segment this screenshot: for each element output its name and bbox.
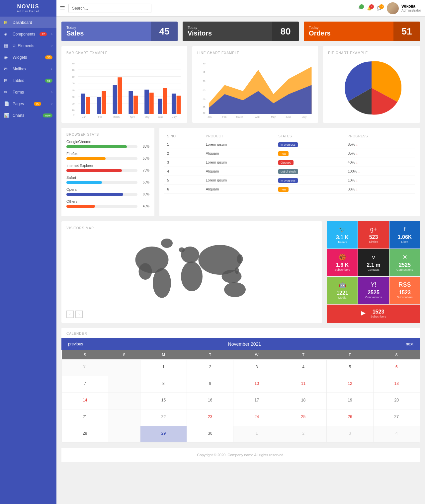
calendar-day[interactable]: 24 [233, 409, 280, 426]
sidebar-item-mailbox[interactable]: ✉ Mailbox › [0, 63, 56, 75]
stat-visitors-left: Today Visitors [183, 22, 272, 41]
menu-toggle-icon[interactable]: ☰ [60, 5, 65, 12]
social-card-xing[interactable]: ✕ 2525 Connections [389, 249, 420, 276]
calendar-next-button[interactable]: next [399, 338, 420, 350]
calendar-prev-button[interactable]: previous [61, 338, 90, 350]
calendar-day[interactable]: 21 [62, 409, 108, 426]
browser-stats-title: BROWSER STATS [66, 133, 149, 136]
calendar-day[interactable]: 1 [233, 426, 280, 443]
calendar-day[interactable] [108, 409, 140, 426]
sidebar-label-widgets: Widgets [13, 55, 27, 60]
search-input[interactable] [68, 4, 151, 13]
line-chart-svg: 80 75 70 65 60 55 50 Jan [197, 58, 313, 121]
calendar-day[interactable]: 15 [140, 393, 187, 409]
calendar-day[interactable]: 12 [327, 376, 373, 393]
progress-arrow: ↓ [356, 160, 358, 164]
calendar-day[interactable]: 22 [140, 409, 187, 426]
dashboard-icon: ⊞ [4, 20, 10, 25]
calendar-day[interactable] [108, 376, 140, 393]
calendar-day[interactable]: 2 [280, 426, 326, 443]
widgets-icon: ◉ [4, 55, 10, 60]
social-card-android[interactable]: 🤖 1221 Media [327, 277, 358, 304]
calendar-day[interactable]: 8 [140, 376, 187, 393]
social-card-vimeo[interactable]: v 2.1 m Contacts [358, 249, 389, 276]
calendar-day[interactable]: 25 [280, 409, 326, 426]
mail-icon-button[interactable]: ✉ 5 [359, 6, 362, 11]
progress-text: 35% [348, 151, 355, 155]
map-nav: ‹ › [66, 311, 317, 318]
svg-text:65: 65 [203, 89, 206, 92]
stat-visitors-value: 80 [272, 22, 299, 41]
calendar-day[interactable]: 18 [280, 393, 326, 409]
cal-header-t2: T [280, 350, 326, 360]
sidebar-item-widgets[interactable]: ◉ Widgets 35 [0, 51, 56, 63]
user-profile[interactable]: Wikolia Administrator [387, 2, 421, 14]
browser-item-others: Others 40% [66, 199, 149, 208]
calendar-day[interactable]: 4 [280, 360, 326, 376]
social-card-dribbble[interactable]: 🏀 1.6 K Subscribers [327, 249, 358, 276]
line-chart: 80 75 70 65 60 55 50 Jan [197, 58, 313, 118]
social-card-twitter[interactable]: 🐦 3.1 K Tweets [327, 221, 358, 249]
calendar-day[interactable]: 6 [373, 360, 420, 376]
calendar-day[interactable]: 4 [373, 426, 420, 443]
social-card-gplus[interactable]: g+ 523 Circles [358, 221, 389, 249]
android-icon: 🤖 [339, 281, 346, 289]
chat-icon-button[interactable]: 💬 15 [377, 6, 382, 11]
stat-sales-today: Today [66, 26, 146, 30]
line-chart-panel: LINE CHART EXAMPLE 80 75 70 65 60 55 50 [192, 46, 318, 123]
svg-text:April: April [130, 115, 135, 118]
calendar-day[interactable]: 14 [62, 393, 108, 409]
charts-row: BAR CHART EXAMPLE 80 70 60 50 40 30 20 1… [61, 46, 420, 123]
table-row: 5 Lorem ipsum in progress 10% ↓ [164, 176, 415, 185]
calendar-day[interactable]: 16 [187, 393, 233, 409]
sidebar-item-dashboard[interactable]: ⊞ Dashboard [0, 17, 56, 28]
calendar-day[interactable]: 26 [327, 409, 373, 426]
calendar-day[interactable] [108, 426, 140, 443]
calendar-day[interactable]: 3 [233, 360, 280, 376]
col-product: PRODUCT [203, 133, 276, 140]
calendar-day[interactable]: 11 [280, 376, 326, 393]
calendar-day[interactable]: 10 [233, 376, 280, 393]
cell-product: Lorem ipsum [203, 176, 276, 185]
stats-table-row: BROWSER STATS GoogleChrome 85% Firefox 5… [61, 128, 420, 216]
sidebar-label-pages: Pages [13, 102, 24, 106]
calendar-day[interactable] [108, 393, 140, 409]
sidebar-item-charts[interactable]: 📊 Charts new [0, 109, 56, 121]
calendar-day[interactable]: 27 [373, 409, 420, 426]
calendar-day[interactable]: 7 [62, 376, 108, 393]
social-card-yahoo[interactable]: Y! 2525 Connections [358, 277, 389, 304]
calendar-day[interactable]: 2 [187, 360, 233, 376]
sidebar-item-pages[interactable]: 📄 Pages 99 › [0, 98, 56, 109]
social-card-rss[interactable]: RSS 1523 Subscribers [389, 277, 420, 304]
map-prev-button[interactable]: ‹ [66, 311, 74, 318]
calendar-day[interactable]: 5 [327, 360, 373, 376]
sidebar-item-components[interactable]: ◈ Components 12 › [0, 28, 56, 40]
calendar-day[interactable]: 30 [187, 426, 233, 443]
calendar-day[interactable]: 13 [373, 376, 420, 393]
calendar-day[interactable]: 29 [140, 426, 187, 443]
calendar-day[interactable]: 20 [373, 393, 420, 409]
calendar-day[interactable]: 31 [62, 360, 108, 376]
calendar-day[interactable]: 1 [140, 360, 187, 376]
sidebar-item-ui-elements[interactable]: ▦ UI Elements › [0, 40, 56, 51]
facebook-icon: f [404, 226, 405, 233]
xing-icon: ✕ [402, 253, 407, 261]
svg-point-66 [235, 267, 239, 274]
sidebar-item-forms[interactable]: ✏ Forms › [0, 86, 56, 98]
status-badge: new [278, 151, 289, 156]
bell-icon-button[interactable]: 🔔 7 [367, 6, 372, 11]
calendar-day[interactable] [108, 360, 140, 376]
calendar-day[interactable]: 17 [233, 393, 280, 409]
calendar-day[interactable]: 19 [327, 393, 373, 409]
browser-pct-others: 40% [140, 204, 149, 208]
calendar-day[interactable]: 23 [187, 409, 233, 426]
calendar-day[interactable]: 9 [187, 376, 233, 393]
browser-bar-ie: 78% [66, 169, 149, 172]
cell-status: in progress [276, 176, 345, 185]
calendar-day[interactable]: 3 [327, 426, 373, 443]
social-card-facebook[interactable]: f 1.06K Likes [389, 221, 420, 249]
map-next-button[interactable]: › [75, 311, 83, 318]
calendar-day[interactable]: 28 [62, 426, 108, 443]
social-card-youtube[interactable]: ▶ 1523 Subscribers [327, 305, 420, 323]
sidebar-item-tables[interactable]: ⊟ Tables 65 [0, 75, 56, 86]
